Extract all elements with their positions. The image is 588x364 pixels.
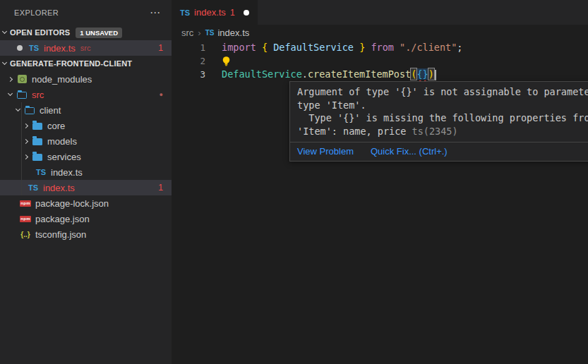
code-text: DefaultService.createItemItemPost({}) xyxy=(222,68,436,81)
code-line-1[interactable]: 1import { DefaultService } from "./clien… xyxy=(172,41,588,54)
tree-item-label: node_modules xyxy=(32,74,92,85)
text-cursor xyxy=(435,70,436,80)
code-text xyxy=(222,54,231,68)
chevron-right-icon xyxy=(23,138,28,143)
error-message: Argument of type '{}' is not assignable … xyxy=(290,82,588,142)
tab-error-count: 1 xyxy=(230,8,235,18)
typescript-icon: TS xyxy=(29,44,39,52)
breadcrumb-folder[interactable]: src xyxy=(181,28,193,38)
sidebar-title: EXPLORER xyxy=(14,8,59,17)
hover-actions: View Problem Quick Fix... (Ctrl+.) xyxy=(290,142,588,161)
npm-icon: npm xyxy=(20,216,31,222)
folder-icon xyxy=(32,123,42,130)
indent-guide xyxy=(21,102,22,118)
typescript-icon: TS xyxy=(36,168,46,176)
line-number: 3 xyxy=(172,68,205,81)
typescript-icon: TS xyxy=(205,29,215,37)
typescript-icon: TS xyxy=(28,183,38,192)
code-area[interactable]: 1import { DefaultService } from "./clien… xyxy=(172,40,588,81)
tree-item-models[interactable]: models xyxy=(0,133,172,149)
quick-fix-link[interactable]: Quick Fix... (Ctrl+.) xyxy=(371,146,448,157)
code-line-2[interactable]: 2 xyxy=(172,54,588,68)
chevron-right-icon xyxy=(8,76,13,81)
indent-guide xyxy=(21,149,22,164)
tree-item-index-ts[interactable]: TSindex.ts1 xyxy=(0,180,172,195)
editor-group: TS index.ts 1 src › TS index.ts 1import … xyxy=(172,0,588,364)
tree-item-label: package.json xyxy=(35,214,90,224)
tab-filename: index.ts xyxy=(194,7,226,18)
tree-item-label: package-lock.json xyxy=(35,198,109,209)
tree-item-package-json[interactable]: npmpackage.json xyxy=(0,211,172,226)
folder-icon xyxy=(32,138,42,145)
folder-icon xyxy=(32,154,42,161)
open-editor-item-index-ts[interactable]: TS index.ts src 1 xyxy=(0,40,172,56)
tree-item-label: index.ts xyxy=(43,183,75,193)
modified-dot-icon xyxy=(17,45,23,51)
tree-item-client[interactable]: client xyxy=(0,102,172,118)
indent-guide xyxy=(21,133,22,149)
error-hover-tooltip: Argument of type '{}' is not assignable … xyxy=(289,81,588,162)
breadcrumb-separator-icon: › xyxy=(198,28,200,38)
line-number: 2 xyxy=(172,54,205,68)
error-count-badge: 1 xyxy=(158,183,163,193)
tree-item-services[interactable]: services xyxy=(0,149,172,164)
more-actions-icon[interactable]: ⋯ xyxy=(150,7,160,18)
npm-icon: npm xyxy=(20,200,31,207)
breadcrumb-file[interactable]: index.ts xyxy=(217,28,249,38)
open-editors-section-header[interactable]: OPEN EDITORS 1 UNSAVED xyxy=(0,25,172,40)
open-editors-label: OPEN EDITORS xyxy=(10,28,70,37)
tree-item-index-ts[interactable]: TSindex.ts xyxy=(0,164,172,180)
diagnostic-code: ts(2345) xyxy=(412,126,458,137)
indent-guide xyxy=(21,164,22,180)
error-message-line: Argument of type '{}' is not assignable … xyxy=(297,85,588,99)
chevron-down-icon xyxy=(2,29,7,34)
error-decoration-dot: ● xyxy=(160,91,163,98)
sidebar-header: EXPLORER ⋯ xyxy=(0,0,172,25)
lightbulb-icon[interactable] xyxy=(222,56,231,67)
project-label: GENERATE-FRONTEND-CLIENT xyxy=(10,59,132,68)
chevron-down-icon xyxy=(16,107,20,111)
breadcrumb: src › TS index.ts xyxy=(172,25,588,40)
code-line-3[interactable]: 3DefaultService.createItemItemPost({}) xyxy=(172,68,588,81)
tree-item-package-lock-json[interactable]: npmpackage-lock.json xyxy=(0,195,172,211)
modified-dot-icon[interactable] xyxy=(244,10,249,16)
folder-open-icon xyxy=(25,107,35,114)
node-modules-icon xyxy=(18,75,27,83)
folder-open-icon xyxy=(17,92,27,99)
chevron-down-icon xyxy=(8,91,13,96)
open-editor-filename: index.ts xyxy=(44,43,76,54)
error-count-badge: 1 xyxy=(158,43,163,53)
open-editor-description: src xyxy=(80,44,91,52)
indent-guide xyxy=(21,118,22,133)
tree-item-label: models xyxy=(47,136,77,147)
line-number: 1 xyxy=(172,41,205,54)
tree-item-label: src xyxy=(32,90,44,100)
tree-item-label: index.ts xyxy=(51,167,83,178)
tree-item-label: services xyxy=(47,152,81,162)
error-message-line: Type '{}' is missing the following prope… xyxy=(297,111,588,125)
tree-item-label: core xyxy=(47,121,65,131)
view-problem-link[interactable]: View Problem xyxy=(297,146,354,157)
typescript-icon: TS xyxy=(180,8,190,17)
chevron-right-icon xyxy=(23,123,28,128)
tab-bar: TS index.ts 1 xyxy=(172,0,588,25)
error-message-line: 'Item': name, price ts(2345) xyxy=(297,125,588,138)
explorer-sidebar: EXPLORER ⋯ OPEN EDITORS 1 UNSAVED TS ind… xyxy=(0,0,172,364)
chevron-right-icon xyxy=(23,154,28,159)
tree-item-tsconfig-json[interactable]: {..}tsconfig.json xyxy=(0,226,172,242)
tab-index-ts[interactable]: TS index.ts 1 xyxy=(172,0,258,25)
json-config-icon: {..} xyxy=(20,231,30,238)
error-message-line: type 'Item'. xyxy=(297,99,588,112)
indent-guide xyxy=(21,180,22,195)
code-text: import { DefaultService } from "./client… xyxy=(222,41,463,54)
tree-item-core[interactable]: core xyxy=(0,118,172,133)
tree-item-node-modules[interactable]: node_modules xyxy=(0,71,172,87)
tree-item-label: tsconfig.json xyxy=(35,229,86,240)
chevron-down-icon xyxy=(2,60,7,65)
project-section-header[interactable]: GENERATE-FRONTEND-CLIENT xyxy=(0,56,172,71)
file-tree: node_modulessrc●clientcoremodelsservices… xyxy=(0,71,172,242)
unsaved-badge: 1 UNSAVED xyxy=(76,28,122,38)
tree-item-label: client xyxy=(40,105,61,116)
tree-item-src[interactable]: src● xyxy=(0,87,172,102)
